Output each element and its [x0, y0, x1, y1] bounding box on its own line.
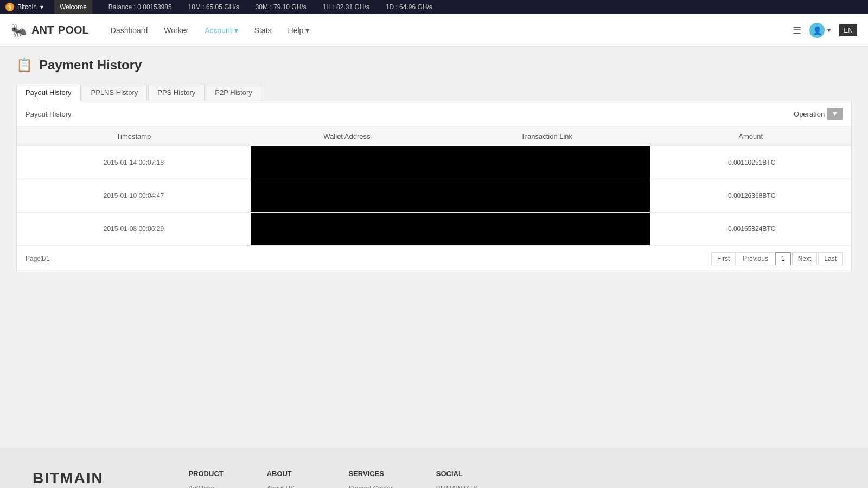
stat-30m: 30M : 79.10 GH/s — [256, 3, 307, 11]
card-section-title: Payout History — [25, 110, 72, 118]
top-bar: ₿ Bitcoin ▾ Welcome Balance : 0.00153985… — [0, 0, 868, 14]
cell-txlink-2 — [443, 179, 650, 213]
footer: BITMAIN Copyright BITMAIN 2014. All Righ… — [0, 448, 868, 488]
table-row: 2015-01-08 00:06:29 -0.00165824BTC — [17, 213, 851, 246]
cell-timestamp-2: 2015-01-10 00:04:47 — [17, 179, 251, 213]
logo-ant: ANT — [31, 24, 54, 36]
bitcoin-dropdown-arrow: ▾ — [40, 3, 43, 11]
nav-help[interactable]: Help ▾ — [288, 26, 310, 35]
col-txlink: Transaction Link — [443, 127, 650, 146]
cell-timestamp-3: 2015-01-08 00:06:29 — [17, 213, 251, 246]
footer-link-support[interactable]: Support Center — [348, 485, 392, 488]
tab-p2p-history[interactable]: P2P History — [206, 84, 261, 101]
footer-link-antminer[interactable]: AntMiner — [188, 485, 214, 488]
footer-social-links: BITMAINTALK Twitter Facebook — [436, 484, 478, 488]
page-info: Page1/1 — [25, 255, 50, 262]
nav-links: Dashboard Worker Account ▾ Stats Help ▾ — [111, 26, 793, 35]
welcome-label: Welcome — [54, 0, 92, 14]
footer-services-title: SERVICES — [348, 470, 392, 478]
stat-1h: 1H : 82.31 GH/s — [323, 3, 369, 11]
pagination-area: Page1/1 First Previous 1 Next Last — [17, 246, 851, 272]
table-row: 2015-01-10 00:04:47 -0.00126368BTC — [17, 179, 851, 213]
user-dropdown-arrow: ▾ — [827, 26, 831, 34]
logo-icon: 🐜 — [11, 23, 27, 38]
footer-brand: BITMAIN Copyright BITMAIN 2014. All Righ… — [33, 470, 156, 488]
cell-amount-1: -0.00110251BTC — [650, 146, 851, 179]
cell-wallet-3 — [251, 213, 443, 246]
footer-services: SERVICES Support Center FAQ Ticket — [348, 470, 392, 488]
table-row: 2015-01-14 00:07:18 -0.00110251BTC — [17, 146, 851, 179]
cell-txlink-1 — [443, 146, 650, 179]
tab-pplns-history[interactable]: PPLNS History — [82, 84, 148, 101]
page-btn-last[interactable]: Last — [818, 252, 843, 265]
nav-right: ☰ 👤 ▾ EN — [793, 23, 857, 38]
pagination-buttons: First Previous 1 Next Last — [711, 252, 843, 265]
footer-social: SOCIAL BITMAINTALK Twitter Facebook — [436, 470, 478, 488]
nav-dashboard[interactable]: Dashboard — [111, 26, 148, 35]
footer-about: ABOUT About US Terms of Use Contact US — [267, 470, 305, 488]
operation-arrow-btn[interactable]: ▼ — [827, 108, 843, 120]
content: 📋 Payment History Payout History PPLNS H… — [0, 47, 868, 448]
user-menu[interactable]: 👤 ▾ — [809, 23, 831, 38]
footer-link-aboutus[interactable]: About US — [267, 485, 295, 488]
operation-button[interactable]: Operation ▼ — [794, 108, 843, 120]
bitcoin-icon: ₿ — [5, 3, 14, 11]
footer-link-bitmaintalk[interactable]: BITMAINTALK — [436, 485, 478, 488]
card-header: Payout History Operation ▼ — [17, 101, 851, 127]
footer-social-title: SOCIAL — [436, 470, 478, 478]
stat-10m: 10M : 65.05 GH/s — [188, 3, 239, 11]
cell-wallet-1 — [251, 146, 443, 179]
page-title-area: 📋 Payment History — [16, 57, 852, 73]
page-btn-first[interactable]: First — [711, 252, 736, 265]
brand-name: BITMAIN — [33, 470, 156, 487]
nav-account[interactable]: Account ▾ — [205, 26, 238, 35]
footer-services-links: Support Center FAQ Ticket — [348, 484, 392, 488]
page-btn-previous[interactable]: Previous — [737, 252, 774, 265]
avatar: 👤 — [809, 23, 825, 38]
col-wallet: Wallet Address — [251, 127, 443, 146]
footer-product: PRODUCT AntMiner HashNest AntPool — [188, 470, 223, 488]
nav-stats[interactable]: Stats — [254, 26, 272, 35]
col-timestamp: Timestamp — [17, 127, 251, 146]
page-title-icon: 📋 — [16, 57, 33, 73]
page-btn-next[interactable]: Next — [792, 252, 818, 265]
tab-payout-history[interactable]: Payout History — [16, 84, 81, 101]
payout-table: Timestamp Wallet Address Transaction Lin… — [17, 127, 851, 246]
logo-pool: POOL — [58, 24, 89, 36]
cell-amount-3: -0.00165824BTC — [650, 213, 851, 246]
footer-sections: PRODUCT AntMiner HashNest AntPool ABOUT … — [188, 470, 835, 488]
tab-pps-history[interactable]: PPS History — [148, 84, 205, 101]
bitcoin-selector[interactable]: ₿ Bitcoin ▾ — [5, 3, 43, 11]
footer-about-links: About US Terms of Use Contact US — [267, 484, 305, 488]
col-amount: Amount — [650, 127, 851, 146]
logo: 🐜 ANTPOOL — [11, 23, 89, 38]
main-nav: 🐜 ANTPOOL Dashboard Worker Account ▾ Sta… — [0, 14, 868, 47]
footer-about-title: ABOUT — [267, 470, 305, 478]
operation-label: Operation — [794, 110, 825, 118]
cell-txlink-3 — [443, 213, 650, 246]
language-button[interactable]: EN — [839, 24, 857, 36]
tab-bar: Payout History PPLNS History PPS History… — [16, 84, 852, 101]
footer-product-links: AntMiner HashNest AntPool — [188, 484, 223, 488]
cell-amount-2: -0.00126368BTC — [650, 179, 851, 213]
top-bar-stats: Balance : 0.00153985 10M : 65.05 GH/s 30… — [108, 3, 432, 11]
table-header-row: Timestamp Wallet Address Transaction Lin… — [17, 127, 851, 146]
page-btn-1[interactable]: 1 — [775, 252, 791, 265]
cell-timestamp-1: 2015-01-14 00:07:18 — [17, 146, 251, 179]
page-title: Payment History — [39, 57, 142, 73]
nav-worker[interactable]: Worker — [164, 26, 188, 35]
cell-wallet-2 — [251, 179, 443, 213]
footer-product-title: PRODUCT — [188, 470, 223, 478]
list-icon[interactable]: ☰ — [793, 24, 801, 36]
balance-stat: Balance : 0.00153985 — [108, 3, 172, 11]
stat-1d: 1D : 64.96 GH/s — [386, 3, 432, 11]
bitcoin-label: Bitcoin — [17, 3, 37, 11]
table-card: Payout History Operation ▼ Timestamp Wal… — [16, 101, 852, 272]
